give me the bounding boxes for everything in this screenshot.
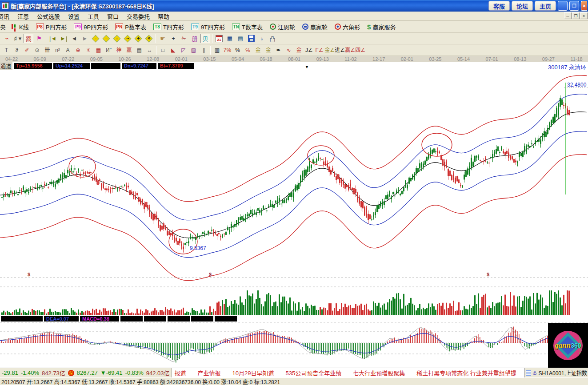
bar-chart-icon[interactable]: ⌁: [2, 34, 12, 43]
star-grid-icon[interactable]: ✳: [84, 46, 93, 55]
next-bar-icon[interactable]: ►: [80, 34, 90, 43]
printer-icon[interactable]: 凸: [268, 34, 277, 43]
nav-diamond-in-icon[interactable]: ⇥: [123, 34, 132, 43]
t-number-table-tool[interactable]: TNT数字表: [228, 23, 266, 31]
menu-item-7[interactable]: 交易委托: [123, 12, 154, 20]
news-link-2[interactable]: 产业情报: [198, 369, 221, 377]
win-grid-icon[interactable]: 赢: [124, 46, 134, 55]
menu-item-3[interactable]: 公式选股: [33, 12, 64, 20]
nav-diamond-left-icon[interactable]: ←: [91, 34, 100, 43]
gold-line-icon[interactable]: 金: [264, 46, 273, 55]
list-icon[interactable]: [526, 370, 531, 376]
pen-tool-icon[interactable]: ✒: [274, 46, 283, 55]
purple-net-icon[interactable]: 册: [190, 34, 200, 43]
menu-item-1[interactable]: 资讯: [0, 12, 13, 20]
percent7-icon[interactable]: 7%: [223, 46, 232, 55]
crosshair-icon[interactable]: +: [168, 34, 178, 43]
angle-a-icon[interactable]: A: [63, 46, 72, 55]
notepad-icon[interactable]: ▤: [236, 34, 245, 43]
menu-item-2[interactable]: 江恩: [13, 12, 33, 20]
shen-grid-icon[interactable]: 神: [114, 46, 124, 55]
header-button-3[interactable]: 主页: [535, 1, 556, 11]
calculator-icon[interactable]: ▦: [225, 34, 235, 43]
angle-win-icon[interactable]: 赢∠: [345, 46, 355, 55]
nav-diamond-all-icon[interactable]: ✥: [144, 34, 154, 43]
gold-red-icon[interactable]: 金: [294, 46, 304, 55]
calendar-icon[interactable]: 21: [214, 34, 224, 43]
winner-service[interactable]: $赢家服务: [364, 23, 399, 31]
square-grid-icon[interactable]: ▦: [94, 46, 103, 55]
menu-item-6[interactable]: 窗口: [103, 12, 123, 20]
angle-gold-icon[interactable]: 金∠: [325, 46, 334, 55]
nav-diamond-h-icon[interactable]: ↔: [112, 34, 122, 43]
winner-wheel-tool[interactable]: 赢家轮: [299, 23, 331, 31]
cyan-brain-icon[interactable]: 贝: [200, 34, 210, 43]
p-square-tool[interactable]: P8P四方形: [32, 23, 71, 31]
angle-jin-icon[interactable]: 进∠: [335, 46, 344, 55]
9t-square-tool[interactable]: T99T四方形: [188, 23, 228, 31]
pin-icon[interactable]: ✁: [179, 34, 189, 43]
news-link-5[interactable]: 七大行业预增股聚集: [353, 369, 405, 377]
globe-export-icon[interactable]: ♁: [257, 34, 267, 43]
menu-bar: 资讯江恩公式选股设置工具窗口交易委托帮助 ─❐×: [0, 12, 588, 21]
nav-diamond-cross-icon[interactable]: ✚: [133, 34, 143, 43]
kline-tool[interactable]: K线: [7, 23, 32, 31]
mdi-restore-button[interactable]: ❐: [572, 12, 580, 19]
price-chart-canvas[interactable]: [0, 62, 588, 368]
header-button-1[interactable]: 客服: [488, 1, 510, 11]
gold-circle-icon[interactable]: 金: [253, 46, 263, 55]
chart-area[interactable]: 通道 Tp=15.9556Up=14.2524Dn=9.7247Bt=7.370…: [0, 62, 588, 368]
minimize-button[interactable]: ─: [558, 1, 568, 11]
n-squared-icon[interactable]: n²: [53, 46, 62, 55]
news-link-6[interactable]: 稀土打黑专项常态化 行业兼并重组望提: [416, 369, 516, 377]
menu-item-5[interactable]: 工具: [84, 12, 103, 20]
pattern-tool-icon[interactable]: 戮: [24, 34, 33, 43]
parallel-lines-icon[interactable]: ∥: [199, 46, 208, 55]
circle-cross-icon[interactable]: ⊕: [73, 46, 83, 55]
wave-icon[interactable]: ∿: [284, 46, 293, 55]
angle-j-icon[interactable]: J∠: [304, 46, 314, 55]
header-button-2[interactable]: 论坛: [512, 1, 533, 11]
9p-square-tool[interactable]: P99P四方形: [70, 23, 112, 31]
news-link-1[interactable]: 报道: [175, 369, 186, 377]
menu-item-4[interactable]: 设置: [64, 12, 84, 20]
window-title: 版[赢家内部服务平台] - [永清环保 SZ300187-668日K线]: [11, 2, 154, 10]
mdi-minimize-button[interactable]: ─: [564, 12, 572, 19]
spiral-icon[interactable]: ϑ: [12, 46, 21, 55]
fan-box-icon[interactable]: ◸: [179, 46, 188, 55]
h-marks-icon[interactable]: И": [104, 46, 113, 55]
box-select-icon[interactable]: □: [158, 46, 168, 55]
rocket-icon[interactable]: ✐: [22, 46, 32, 55]
h-span-icon[interactable]: ↔: [145, 46, 154, 55]
flag-icon[interactable]: ⚑: [34, 34, 44, 43]
hexagon-tool[interactable]: 六角形: [331, 23, 364, 31]
gann-clock-icon[interactable]: ⊙: [32, 46, 42, 55]
column-chart-icon[interactable]: ▥: [212, 46, 222, 55]
t-square-tool[interactable]: T8T四方形: [150, 23, 188, 31]
percent-icon[interactable]: %: [233, 46, 242, 55]
first-bar-icon[interactable]: |◄: [48, 34, 58, 43]
angle-f-icon[interactable]: F∠: [315, 46, 324, 55]
save-disk-icon[interactable]: [246, 34, 256, 43]
candle-style-icon[interactable]: ♯ ▾: [13, 34, 23, 43]
ruler-123-icon[interactable]: ▤: [135, 46, 144, 55]
close-button[interactable]: ×: [581, 1, 587, 11]
nav-diamond-right-icon[interactable]: →: [101, 34, 111, 43]
prev-bar-icon[interactable]: ◄: [69, 34, 79, 43]
mdi-close-button[interactable]: ×: [580, 12, 588, 19]
shade-box-icon[interactable]: ▨: [189, 46, 198, 55]
f-ruler-icon[interactable]: Ŧ: [2, 46, 11, 55]
restore-button[interactable]: ❐: [569, 1, 579, 11]
angle-four-icon[interactable]: 四∠: [356, 46, 365, 55]
gann-wheel-tool[interactable]: 江恩轮: [266, 23, 299, 31]
menu-item-8[interactable]: 帮助: [154, 12, 173, 20]
p-number-table-tool[interactable]: PNP数字表: [112, 23, 150, 31]
hand-icon[interactable]: ☛: [158, 34, 168, 43]
candles-layer: [1, 95, 570, 253]
percent-line-icon[interactable]: ℅: [243, 46, 252, 55]
news-link-3[interactable]: 10月29日早知道: [232, 369, 274, 377]
red-fan-icon[interactable]: ◣: [168, 46, 178, 55]
news-link-4[interactable]: 535公司预告全年业绩: [286, 369, 342, 377]
last-bar-icon[interactable]: ►|: [59, 34, 68, 43]
tick-ruler-icon[interactable]: 卌: [43, 46, 52, 55]
